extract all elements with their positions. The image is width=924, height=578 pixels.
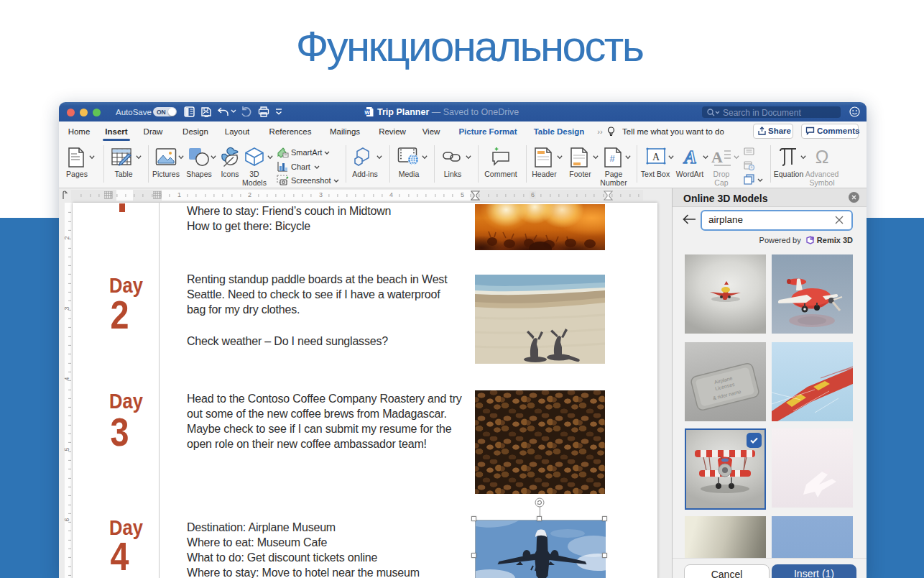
- svg-text:A: A: [711, 148, 723, 166]
- svg-text:W: W: [364, 109, 370, 116]
- svg-text:Ω: Ω: [816, 147, 829, 167]
- svg-text:A: A: [683, 147, 696, 167]
- svg-text:#: #: [609, 153, 615, 164]
- svg-text:A: A: [652, 152, 660, 162]
